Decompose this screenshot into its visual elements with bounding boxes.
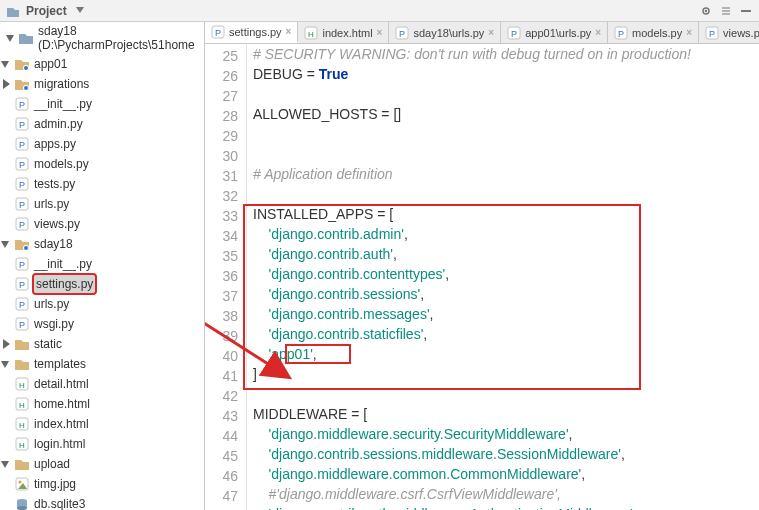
line-number: 35 — [207, 246, 238, 266]
svg-point-3 — [705, 9, 707, 11]
tree-item-sday18[interactable]: sday18 — [0, 234, 204, 254]
expand-icon[interactable] — [0, 78, 12, 90]
tree-item-static[interactable]: static — [0, 334, 204, 354]
dir-icon — [14, 356, 30, 372]
code-line-31[interactable]: # Application definition — [253, 166, 759, 186]
code-line-27[interactable] — [253, 86, 759, 106]
svg-marker-11 — [3, 79, 10, 89]
tree-item-settings-py[interactable]: Psettings.py — [0, 274, 204, 294]
line-number: 42 — [207, 386, 238, 406]
tree-item-views-py[interactable]: Pviews.py — [0, 214, 204, 234]
project-root-node[interactable]: sday18 (D:\PycharmProjects\51home — [0, 22, 204, 54]
tree-item-admin-py[interactable]: Padmin.py — [0, 114, 204, 134]
py-icon: P — [14, 156, 30, 172]
tree-item-urls-py[interactable]: Purls.py — [0, 294, 204, 314]
tree-item-urls-py[interactable]: Purls.py — [0, 194, 204, 214]
tree-item-login-html[interactable]: Hlogin.html — [0, 434, 204, 454]
code-line-30[interactable] — [253, 146, 759, 166]
tree-item-detail-html[interactable]: Hdetail.html — [0, 374, 204, 394]
tree-item-timg-jpg[interactable]: timg.jpg — [0, 474, 204, 494]
code-area: 2526272829303132333435363738394041424344… — [205, 44, 759, 510]
html-icon: H — [14, 416, 30, 432]
editor-tab-views-py[interactable]: Pviews.py× — [699, 22, 759, 43]
svg-text:P: P — [709, 29, 715, 39]
close-icon[interactable]: × — [286, 26, 292, 37]
line-number: 27 — [207, 86, 238, 106]
code-line-32[interactable] — [253, 186, 759, 206]
tree-item-label: detail.html — [34, 375, 89, 393]
editor-tab-index-html[interactable]: Hindex.html× — [298, 22, 389, 43]
close-icon[interactable]: × — [488, 27, 494, 38]
tree-item-tests-py[interactable]: Ptests.py — [0, 174, 204, 194]
tree-item-templates[interactable]: templates — [0, 354, 204, 374]
tree-item-home-html[interactable]: Hhome.html — [0, 394, 204, 414]
svg-text:H: H — [19, 401, 25, 410]
svg-text:P: P — [19, 100, 25, 110]
editor-tab-models-py[interactable]: Pmodels.py× — [608, 22, 699, 43]
tree-item-label: sday18 — [34, 235, 73, 253]
tree-item-app01[interactable]: app01 — [0, 54, 204, 74]
editor-tab-app01-urls-py[interactable]: Papp01\urls.py× — [501, 22, 608, 43]
code-line-46[interactable]: 'django.middleware.common.CommonMiddlewa… — [253, 466, 759, 486]
code-line-43[interactable]: MIDDLEWARE = [ — [253, 406, 759, 426]
tree-item-models-py[interactable]: Pmodels.py — [0, 154, 204, 174]
expand-icon[interactable] — [0, 458, 12, 470]
code-line-48[interactable]: 'django.contrib.auth.middleware.Authenti… — [253, 506, 759, 510]
line-number: 32 — [207, 186, 238, 206]
project-tree[interactable]: app01migrationsP__init__.pyPadmin.pyPapp… — [0, 54, 204, 510]
expand-icon — [0, 498, 12, 510]
line-number: 46 — [207, 466, 238, 486]
tree-item-upload[interactable]: upload — [0, 454, 204, 474]
expand-icon[interactable] — [0, 238, 12, 250]
expand-icon[interactable] — [0, 358, 12, 370]
code-line-25[interactable]: # SECURITY WARNING: don't run with debug… — [253, 46, 759, 66]
expand-icon[interactable] — [6, 32, 16, 44]
tree-item--init-py[interactable]: P__init__.py — [0, 94, 204, 114]
editor-tab-label: settings.py — [229, 26, 282, 38]
py-icon: P — [14, 316, 30, 332]
dir-icon — [14, 456, 30, 472]
svg-text:P: P — [19, 180, 25, 190]
close-icon[interactable]: × — [686, 27, 692, 38]
gear-icon[interactable] — [699, 4, 713, 18]
expand-icon — [0, 158, 12, 170]
collapse-icon[interactable] — [719, 4, 733, 18]
code-line-28[interactable]: ALLOWED_HOSTS = [] — [253, 106, 759, 126]
svg-marker-42 — [15, 340, 29, 350]
code-content[interactable]: # SECURITY WARNING: don't run with debug… — [247, 44, 759, 510]
line-number: 40 — [207, 346, 238, 366]
code-line-29[interactable] — [253, 126, 759, 146]
tree-item-db-sqlite3[interactable]: db.sqlite3 — [0, 494, 204, 510]
code-line-47[interactable]: #'django.middleware.csrf.CsrfViewMiddlew… — [253, 486, 759, 506]
code-line-45[interactable]: 'django.contrib.sessions.middleware.Sess… — [253, 446, 759, 466]
tree-item-label: admin.py — [34, 115, 83, 133]
dropdown-icon[interactable] — [73, 4, 87, 18]
tree-item-wsgi-py[interactable]: Pwsgi.py — [0, 314, 204, 334]
editor-tab-sday18-urls-py[interactable]: Psday18\urls.py× — [389, 22, 501, 43]
expand-icon — [0, 258, 12, 270]
close-icon[interactable]: × — [377, 27, 383, 38]
html-icon: H — [14, 376, 30, 392]
editor-tab-settings-py[interactable]: Psettings.py× — [205, 22, 298, 43]
tree-item-label: db.sqlite3 — [34, 495, 85, 510]
code-line-26[interactable]: DEBUG = True — [253, 66, 759, 86]
tree-item-index-html[interactable]: Hindex.html — [0, 414, 204, 434]
expand-icon — [0, 438, 12, 450]
img-icon — [14, 476, 30, 492]
hide-icon[interactable] — [739, 4, 753, 18]
line-number: 26 — [207, 66, 238, 86]
tree-item-apps-py[interactable]: Papps.py — [0, 134, 204, 154]
close-icon[interactable]: × — [595, 27, 601, 38]
expand-icon[interactable] — [0, 338, 12, 350]
svg-text:P: P — [19, 200, 25, 210]
tree-item-migrations[interactable]: migrations — [0, 74, 204, 94]
svg-text:P: P — [19, 120, 25, 130]
py-icon: P — [14, 276, 30, 292]
tree-item--init-py[interactable]: P__init__.py — [0, 254, 204, 274]
py-icon: P — [507, 26, 521, 40]
line-number: 29 — [207, 126, 238, 146]
code-line-44[interactable]: 'django.middleware.security.SecurityMidd… — [253, 426, 759, 446]
expand-icon[interactable] — [0, 58, 12, 70]
expand-icon — [0, 198, 12, 210]
tree-item-label: upload — [34, 455, 70, 473]
